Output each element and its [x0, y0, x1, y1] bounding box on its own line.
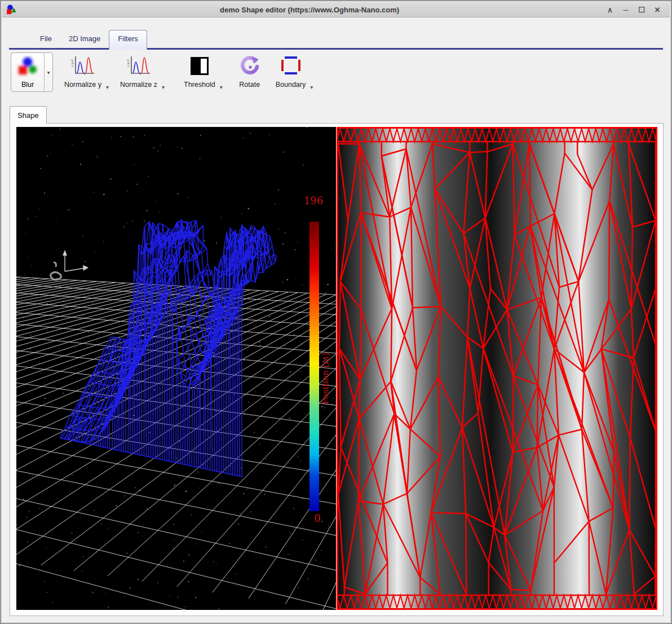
- blur-button[interactable]: Blur ▾: [11, 52, 53, 92]
- blur-label: Blur: [21, 81, 34, 89]
- ribbon-tab-bar: File 2D Image Filters: [9, 27, 663, 50]
- close-button[interactable]: ✕: [649, 3, 665, 16]
- colorbar-max-label: 196: [304, 195, 323, 206]
- threshold-icon: [189, 55, 210, 77]
- colorbar-axis-label: Position [m]: [320, 353, 330, 404]
- normalize-y-dropdown[interactable]: ▾: [106, 84, 109, 90]
- colorbar: [310, 222, 319, 511]
- tab-2d-image[interactable]: 2D Image: [60, 30, 109, 48]
- titlebar[interactable]: demo Shape editor (https://www.Oghma-Nan…: [2, 2, 670, 17]
- shade-button[interactable]: ∧: [602, 3, 618, 16]
- normalize-y-label: Normalize y: [64, 81, 102, 90]
- threshold-dropdown[interactable]: ▾: [220, 84, 223, 90]
- tab-shape-label: Shape: [17, 111, 39, 120]
- app-window: demo Shape editor (https://www.Oghma-Nan…: [0, 0, 672, 624]
- svg-text:φ (μA): φ (μA): [126, 59, 130, 67]
- svg-text:φ (μA): φ (μA): [70, 59, 74, 67]
- app-logo-icon: [6, 4, 17, 15]
- normalize-z-label: Normalize z: [120, 81, 158, 90]
- tab-shape[interactable]: Shape: [10, 106, 47, 124]
- boundary-dropdown[interactable]: ▾: [310, 84, 313, 90]
- boundary-icon: [278, 55, 302, 77]
- colorbar-min-label: 0: [314, 512, 320, 524]
- window-title: demo Shape editor (https://www.Oghma-Nan…: [17, 6, 602, 14]
- boundary-label: Boundary: [276, 81, 306, 90]
- shape-3d-view[interactable]: 196 0 Position [m]: [16, 127, 336, 610]
- normalize-y-icon: φ (μA): [70, 55, 96, 77]
- normalize-z-dropdown[interactable]: ▾: [162, 84, 165, 90]
- threshold-button[interactable]: Threshold: [180, 52, 219, 91]
- normalize-y-button[interactable]: φ (μA) Normalize y: [61, 52, 105, 91]
- blur-dropdown[interactable]: ▾: [44, 53, 52, 91]
- shape-page: 196 0 Position [m]: [10, 123, 664, 616]
- rotate-icon: [238, 55, 261, 77]
- normalize-z-icon: φ (μA): [126, 55, 152, 77]
- filters-toolbar: Blur ▾ φ (μA) Normalize y ▾ φ (μ: [11, 52, 319, 102]
- tab-filters[interactable]: Filters: [109, 30, 147, 50]
- maximize-button[interactable]: ☐: [634, 3, 649, 16]
- normalize-z-button[interactable]: φ (μA) Normalize z: [117, 52, 161, 91]
- boundary-button[interactable]: Boundary: [272, 52, 310, 91]
- threshold-label: Threshold: [184, 81, 215, 90]
- tab-file[interactable]: File: [32, 30, 60, 48]
- shape-2d-mesh-view[interactable]: [337, 127, 657, 610]
- rotate-button[interactable]: Rotate: [235, 52, 264, 91]
- rotate-label: Rotate: [239, 81, 260, 90]
- minimize-button[interactable]: ─: [618, 3, 634, 16]
- blur-icon: [16, 55, 39, 79]
